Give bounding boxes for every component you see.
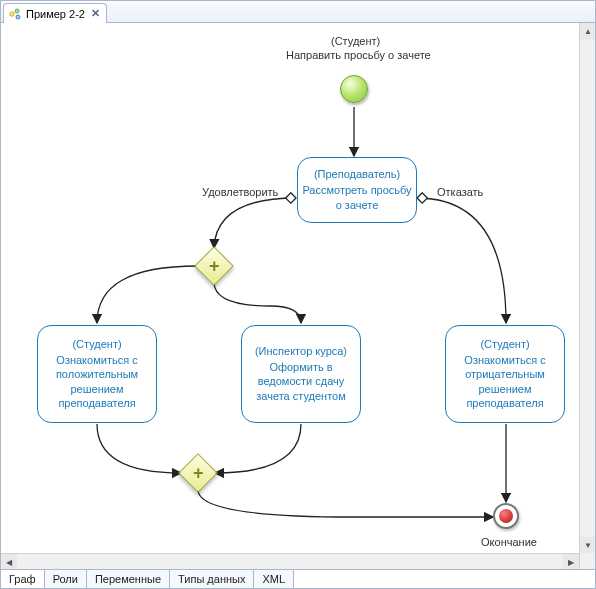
tab-title: Пример 2-2 (26, 8, 85, 20)
scroll-down-button[interactable]: ▼ (580, 537, 595, 553)
tab-xml[interactable]: XML (254, 570, 294, 588)
close-icon[interactable]: ✕ (91, 7, 100, 20)
node-negative-role: (Студент) (480, 338, 529, 350)
tabbar-bottom: Граф Роли Переменные Типы данных XML (1, 569, 595, 588)
end-label: Окончание (479, 536, 539, 548)
node-positive[interactable]: (Студент) Ознакомиться с положительным р… (37, 325, 157, 423)
editor-window: Пример 2-2 ✕ (0, 0, 596, 589)
tabbar-top: Пример 2-2 ✕ (1, 1, 595, 23)
svg-point-0 (10, 11, 14, 15)
canvas[interactable]: (Студент) Направить просьбу о зачете (Пр… (1, 23, 595, 569)
tab-top-active[interactable]: Пример 2-2 ✕ (3, 3, 107, 23)
node-review-role: (Преподаватель) (314, 168, 400, 180)
scroll-right-button[interactable]: ▶ (563, 554, 579, 569)
edge-reject-label: Отказать (437, 186, 483, 198)
end-event[interactable] (493, 503, 519, 529)
node-negative[interactable]: (Студент) Ознакомиться с отрицательным р… (445, 325, 565, 423)
node-review[interactable]: (Преподаватель) Рассмотреть просьбу о за… (297, 157, 417, 223)
tab-graph[interactable]: Граф (1, 570, 45, 588)
edge-approve-label: Удовлетворить (202, 186, 278, 198)
tab-variables[interactable]: Переменные (87, 570, 170, 588)
scroll-left-button[interactable]: ◀ (1, 554, 17, 569)
end-event-inner (499, 509, 513, 523)
scroll-up-button[interactable]: ▲ (580, 23, 595, 39)
svg-point-1 (15, 9, 19, 13)
start-desc-label: Направить просьбу о зачете (286, 49, 426, 61)
gateway-merge[interactable]: + (178, 453, 218, 493)
tab-datatypes[interactable]: Типы данных (170, 570, 254, 588)
node-register-role: (Инспектор курса) (255, 345, 347, 357)
scrollbar-vertical[interactable]: ▲ ▼ (579, 23, 595, 569)
node-register[interactable]: (Инспектор курса) Оформить в ведомости с… (241, 325, 361, 423)
gateway-split[interactable]: + (194, 246, 234, 286)
plus-icon: + (193, 464, 204, 482)
svg-point-2 (16, 15, 20, 19)
plus-icon: + (209, 257, 220, 275)
scrollbar-horizontal[interactable]: ◀ ▶ (1, 553, 579, 569)
tab-roles[interactable]: Роли (45, 570, 87, 588)
start-role-label: (Студент) (331, 35, 377, 47)
process-icon (8, 7, 22, 21)
node-register-desc: Оформить в ведомости сдачу зачета студен… (246, 360, 356, 403)
node-review-desc: Рассмотреть просьбу о зачете (302, 183, 412, 212)
node-negative-desc: Ознакомиться с отрицательным решением пр… (450, 353, 560, 410)
start-event[interactable] (340, 75, 368, 103)
node-positive-role: (Студент) (72, 338, 121, 350)
edges-layer (1, 23, 595, 569)
node-positive-desc: Ознакомиться с положительным решением пр… (42, 353, 152, 410)
